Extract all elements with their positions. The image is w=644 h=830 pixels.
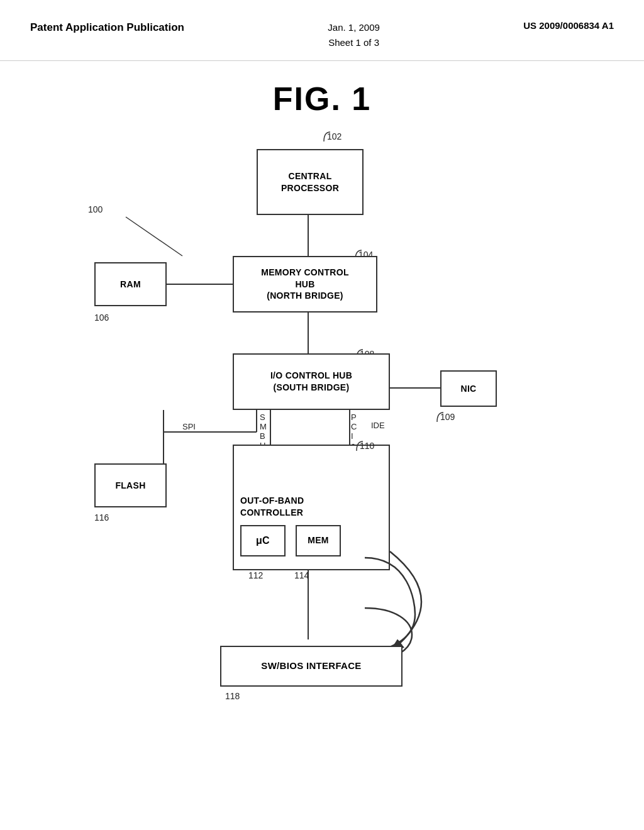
sw-bios-box: SW/BIOS INTERFACE: [220, 646, 402, 687]
ram-box: RAM: [94, 262, 167, 306]
header-center: Jan. 1, 2009 Sheet 1 of 3: [328, 20, 380, 50]
memory-control-hub-box: MEMORY CONTROLHUB(NORTH BRIDGE): [233, 256, 377, 313]
nic-box: NIC: [440, 370, 497, 407]
svg-line-13: [126, 217, 182, 256]
ide-label: IDE: [371, 421, 385, 430]
ref-100: 100: [88, 204, 103, 214]
patent-number: US 2009/0006834 A1: [523, 20, 614, 31]
page-header: Patent Application Publication Jan. 1, 2…: [0, 0, 644, 61]
ram-label: RAM: [120, 279, 141, 290]
memory-control-hub-label: MEMORY CONTROLHUB(NORTH BRIDGE): [261, 267, 349, 302]
diagram-area: FIG. 1: [0, 61, 644, 816]
nic-label: NIC: [460, 383, 476, 395]
figure-title: FIG. 1: [0, 80, 644, 118]
ref-118: 118: [225, 691, 240, 701]
mem-label: MEM: [308, 534, 329, 546]
flash-box: FLASH: [94, 463, 167, 507]
spi-label: SPI: [182, 422, 196, 431]
publication-label: Patent Application Publication: [30, 20, 184, 35]
date-label: Jan. 1, 2009: [328, 22, 380, 33]
central-processor-box: CENTRALPROCESSOR: [257, 149, 364, 215]
central-processor-label: CENTRALPROCESSOR: [281, 170, 339, 194]
io-control-hub-box: I/O CONTROL HUB(SOUTH BRIDGE): [233, 353, 390, 410]
uc-label: μC: [256, 534, 270, 548]
sw-bios-label: SW/BIOS INTERFACE: [261, 660, 361, 672]
ref-106: 106: [94, 313, 109, 323]
flash-label: FLASH: [115, 480, 145, 492]
sheet-label: Sheet 1 of 3: [328, 37, 379, 48]
ref-116: 116: [94, 512, 109, 523]
io-control-hub-label: I/O CONTROL HUB(SOUTH BRIDGE): [270, 370, 352, 394]
out-of-band-label: OUT-OF-BANDCONTROLLER: [240, 495, 304, 519]
